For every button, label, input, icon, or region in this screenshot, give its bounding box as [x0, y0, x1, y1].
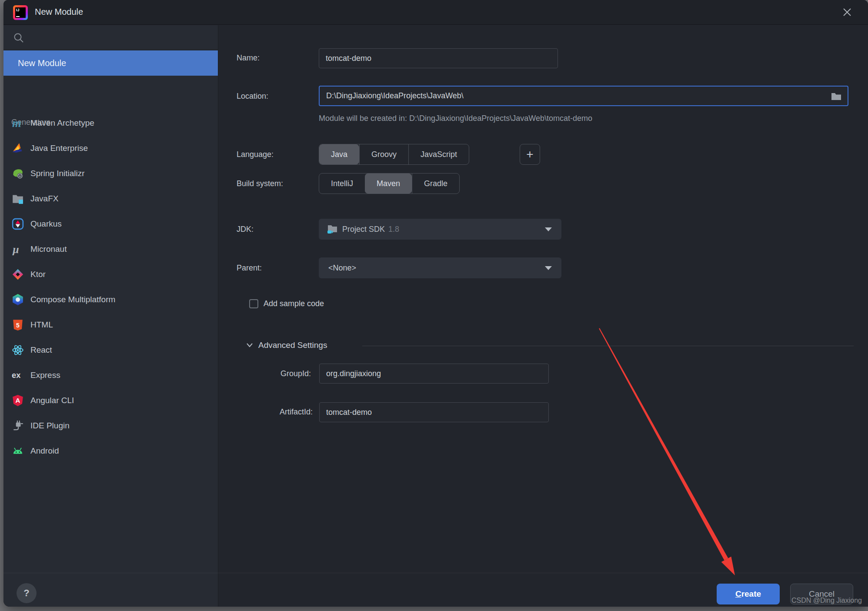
add-sample-code-label: Add sample code [264, 299, 324, 308]
location-input[interactable] [319, 86, 848, 106]
chevron-down-icon[interactable] [246, 343, 253, 348]
screen: IJ New Module New Module Generators mMav [0, 0, 868, 611]
sidebar-item-java-enterprise[interactable]: Java Enterprise [3, 136, 218, 161]
html-icon: 5 [12, 319, 24, 331]
sidebar-item-label: Compose Multiplatform [30, 295, 115, 304]
sidebar-item-compose-multiplatform[interactable]: Compose Multiplatform [3, 287, 218, 312]
add-sample-code-checkbox[interactable] [249, 299, 258, 308]
sidebar-item-label: Spring Initializr [30, 169, 85, 178]
footer-divider [3, 573, 868, 573]
ide-plugin-icon [12, 420, 24, 432]
android-icon [12, 445, 24, 457]
sidebar-item-android[interactable]: Android [3, 438, 218, 464]
sidebar-item-label: Micronaut [30, 244, 67, 254]
sidebar-selected-label: New Module [3, 58, 66, 68]
sidebar-item-label: React [30, 345, 52, 355]
sidebar-item-maven-archetype[interactable]: mMaven Archetype [3, 110, 218, 136]
sidebar-item-label: Ktor [30, 270, 46, 279]
jdk-version: 1.8 [388, 225, 399, 234]
sidebar-item-spring-initializr[interactable]: Spring Initializr [3, 161, 218, 186]
jdk-folder-icon [327, 224, 338, 235]
watermark: CSDN @Ding Jiaxiong [791, 597, 862, 604]
groupid-label: GroupId: [237, 369, 311, 378]
sidebar-item-label: Android [30, 446, 59, 456]
location-label: Location: [237, 92, 268, 101]
build-option-gradle[interactable]: Gradle [412, 174, 459, 194]
chevron-down-icon [545, 227, 552, 231]
search-input[interactable] [3, 25, 218, 50]
create-button[interactable]: Create [717, 584, 780, 604]
svg-text:μ: μ [12, 243, 19, 255]
sidebar-item-react[interactable]: React [3, 337, 218, 363]
build-option-intellij[interactable]: IntelliJ [319, 174, 365, 194]
spring-initializr-icon [12, 167, 24, 180]
react-icon [12, 344, 24, 356]
window-title: New Module [35, 7, 83, 17]
language-option-javascript[interactable]: JavaScript [408, 144, 469, 164]
intellij-idea-logo-icon: IJ [13, 5, 28, 20]
sidebar-item-label: Quarkus [30, 219, 62, 229]
sidebar-item-label: IDE Plugin [30, 421, 70, 431]
jdk-dropdown[interactable]: Project SDK 1.8 [319, 219, 561, 240]
help-button[interactable]: ? [17, 583, 37, 603]
compose-multiplatform-icon [12, 294, 24, 306]
sidebar-item-label: HTML [30, 320, 53, 330]
quarkus-icon [12, 218, 24, 230]
jdk-value: Project SDK [342, 225, 385, 234]
language-label: Language: [237, 150, 274, 159]
svg-text:m: m [12, 117, 21, 129]
new-module-dialog: IJ New Module New Module Generators mMav [3, 0, 868, 607]
svg-text:5: 5 [16, 322, 20, 329]
maven-archetype-icon: m [12, 117, 24, 129]
sidebar-item-label: JavaFX [30, 194, 58, 204]
sidebar-item-javafx[interactable]: JavaFX [3, 186, 218, 211]
language-option-java[interactable]: Java [319, 144, 359, 164]
sidebar-item-label: Angular CLI [30, 396, 74, 405]
add-language-button[interactable]: + [520, 144, 540, 165]
language-option-groovy[interactable]: Groovy [359, 144, 408, 164]
express-icon: ex [12, 369, 24, 381]
name-input[interactable] [319, 48, 558, 68]
browse-folder-icon[interactable] [831, 90, 842, 102]
sidebar-item-new-module[interactable]: New Module [3, 50, 218, 76]
sidebar-item-quarkus[interactable]: Quarkus [3, 211, 218, 237]
sidebar-item-ktor[interactable]: Ktor [3, 262, 218, 287]
advanced-settings-divider [362, 346, 854, 346]
svg-text:A: A [16, 397, 20, 404]
artifactid-label: ArtifactId: [237, 407, 313, 417]
parent-label: Parent: [237, 264, 262, 273]
chevron-down-icon [545, 266, 552, 270]
sidebar-item-ide-plugin[interactable]: IDE Plugin [3, 413, 218, 438]
svg-text:ex: ex [12, 371, 21, 380]
advanced-settings-header[interactable]: Advanced Settings [258, 341, 327, 350]
sidebar-item-html[interactable]: 5HTML [3, 312, 218, 337]
angular-cli-icon: A [12, 394, 24, 407]
sidebar-item-angular-cli[interactable]: AAngular CLI [3, 388, 218, 413]
build-system-segmented-control: IntelliJMavenGradle [319, 173, 460, 194]
artifactid-input[interactable] [319, 402, 549, 422]
sidebar-item-express[interactable]: exExpress [3, 363, 218, 388]
build-system-label: Build system: [237, 179, 283, 188]
location-hint: Module will be created in: D:\DingJiaxio… [319, 114, 592, 123]
sidebar-item-label: Java Enterprise [30, 144, 88, 153]
groupid-input[interactable] [319, 364, 549, 384]
generators-sidebar: New Module Generators mMaven ArchetypeJa… [3, 25, 218, 607]
name-label: Name: [237, 53, 260, 63]
title-bar: IJ New Module [3, 0, 868, 25]
java-enterprise-icon [12, 142, 24, 154]
build-option-maven[interactable]: Maven [365, 174, 412, 194]
sidebar-item-label: Express [30, 371, 60, 380]
jdk-label: JDK: [237, 225, 254, 234]
language-segmented-control: JavaGroovyJavaScript [319, 144, 469, 165]
parent-value: <None> [328, 264, 356, 273]
sidebar-item-label: Maven Archetype [30, 118, 94, 128]
ktor-icon [12, 268, 24, 280]
micronaut-icon: μ [12, 243, 24, 255]
parent-dropdown[interactable]: <None> [319, 257, 561, 278]
sidebar-item-micronaut[interactable]: μMicronaut [3, 237, 218, 262]
search-icon [13, 32, 24, 43]
javafx-icon [12, 193, 24, 205]
close-icon[interactable] [838, 3, 856, 21]
